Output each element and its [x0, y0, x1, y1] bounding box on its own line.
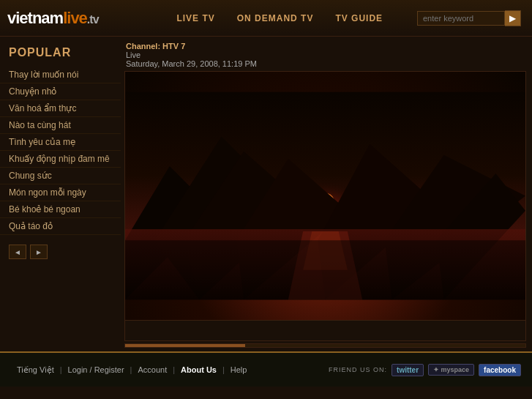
logo-live: live [63, 9, 87, 27]
sidebar: POPULAR Thay lời muốn nói Chuyện nhỏ Văn… [0, 37, 121, 351]
list-item[interactable]: Món ngon mỗi ngày [0, 184, 121, 201]
list-item[interactable]: Thay lời muốn nói [0, 67, 121, 83]
list-item[interactable]: Bé khoẻ bé ngoan [0, 201, 121, 218]
sidebar-title: POPULAR [0, 42, 121, 67]
nav-item-tv-guide[interactable]: TV GUIDE [335, 13, 383, 23]
friend-us-label: FRIEND US ON: [329, 366, 387, 373]
header: vietnamlive.tv LIVE TV ON DEMAND TV TV G… [0, 0, 532, 37]
list-item[interactable]: Khuấy động nhịp đam mê [0, 151, 121, 168]
video-status: Live [126, 51, 141, 59]
video-background [125, 72, 525, 320]
video-player[interactable] [124, 71, 526, 321]
footer-link-about[interactable]: About Us [175, 365, 222, 375]
video-datetime: Saturday, March 29, 2008, 11:19 PM [126, 59, 257, 68]
nav-item-live-tv[interactable]: LIVE TV [176, 13, 214, 23]
friend-us-section: FRIEND US ON: twitter ✦ myspace facebook [329, 364, 521, 376]
main-content: POPULAR Thay lời muốn nói Chuyện nhỏ Văn… [0, 37, 532, 351]
logo: vietnamlive.tv [7, 9, 99, 28]
sidebar-next-button[interactable]: ► [30, 245, 48, 259]
logo-prefix: vietnam [7, 9, 63, 27]
video-scene-svg [125, 72, 525, 320]
twitter-button[interactable]: twitter [391, 364, 424, 376]
channel-info: Channel: HTV 7 Live Saturday, March 29, … [124, 40, 526, 71]
main-nav: LIVE TV ON DEMAND TV TV GUIDE [143, 13, 417, 23]
list-item[interactable]: Nào ta cùng hát [0, 117, 121, 134]
search-button[interactable]: ▶ [505, 10, 521, 26]
logo-ext: .tv [87, 13, 99, 26]
list-item[interactable]: Văn hoá ẩm thực [0, 100, 121, 117]
sidebar-prev-button[interactable]: ◄ [9, 245, 26, 259]
search-input[interactable] [417, 11, 505, 26]
myspace-button[interactable]: ✦ myspace [428, 364, 474, 376]
video-area: Channel: HTV 7 Live Saturday, March 29, … [121, 37, 532, 351]
list-item[interactable]: Tình yêu của mẹ [0, 134, 121, 151]
svg-rect-13 [125, 240, 525, 299]
footer-link-help[interactable]: Help [225, 365, 253, 375]
search-box: ▶ [417, 10, 521, 26]
video-progress-bar[interactable] [124, 343, 526, 348]
footer-links: Tiếng Việt | Login / Register | Account … [11, 365, 329, 375]
footer-link-account[interactable]: Account [132, 365, 173, 375]
channel-name: Channel: HTV 7 [126, 42, 185, 51]
footer-link-login[interactable]: Login / Register [62, 365, 130, 375]
list-item[interactable]: Quả táo đỏ [0, 218, 121, 235]
list-item[interactable]: Chung sức [0, 168, 121, 184]
footer: Tiếng Việt | Login / Register | Account … [0, 351, 532, 387]
footer-link-tieng-viet[interactable]: Tiếng Việt [11, 365, 60, 375]
sidebar-controls: ◄ ► [0, 239, 121, 265]
video-controls-bar[interactable] [124, 321, 526, 341]
facebook-button[interactable]: facebook [479, 364, 521, 376]
video-progress-fill [125, 344, 245, 347]
list-item[interactable]: Chuyện nhỏ [0, 83, 121, 100]
nav-item-on-demand[interactable]: ON DEMAND TV [237, 13, 314, 23]
